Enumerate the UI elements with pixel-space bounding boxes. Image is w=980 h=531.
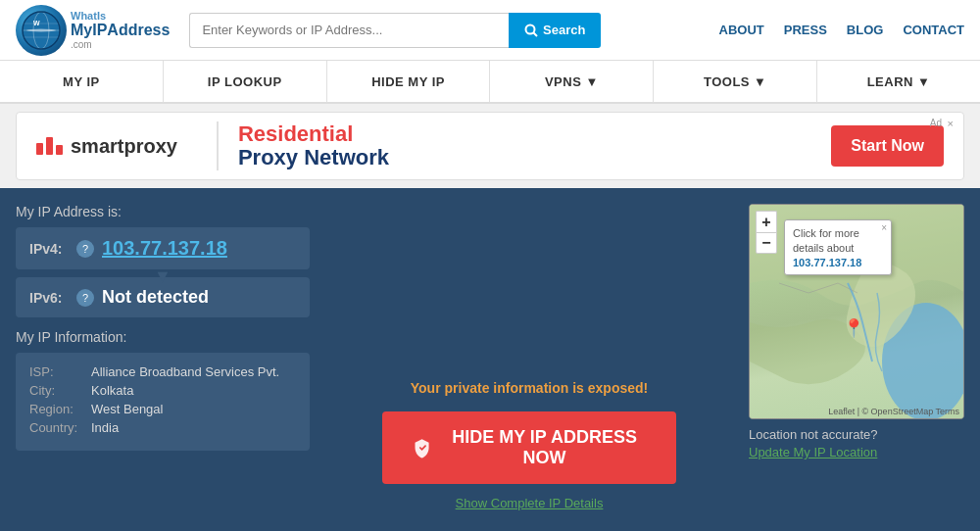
banner-title-line1: Residential: [238, 121, 353, 146]
search-icon: [524, 24, 538, 37]
map-background: 📍 + − × Click for more details about 103…: [750, 205, 963, 418]
map-zoom-out-button[interactable]: −: [756, 232, 777, 254]
map-zoom-in-button[interactable]: +: [756, 211, 777, 232]
region-value: West Bengal: [91, 402, 163, 416]
header: W WhatIs MyIP Address .com Search ABOUT …: [0, 0, 980, 61]
navbar: MY IP IP LOOKUP HIDE MY IP VPNS ▼ TOOLS …: [0, 61, 980, 104]
banner-text: Residential Proxy Network: [238, 122, 831, 169]
map-popup-ip: 103.77.137.18: [793, 257, 883, 268]
logo-whatis: WhatIs: [71, 10, 170, 22]
isp-row: ISP: Alliance Broadband Services Pvt.: [29, 364, 296, 379]
region-row: Region: West Bengal: [29, 402, 296, 416]
navbar-item-tools[interactable]: TOOLS ▼: [654, 61, 817, 102]
banner-divider: [217, 121, 219, 170]
map-popup-close-button[interactable]: ×: [881, 222, 887, 233]
sp-bars-icon: [36, 137, 63, 155]
search-area: Search: [189, 13, 601, 48]
ip-address-label: My IP Address is:: [16, 204, 310, 219]
nav-press[interactable]: PRESS: [784, 23, 827, 37]
smartproxy-name: smartproxy: [71, 135, 177, 158]
main-content: My IP Address is: IPv4: ? 103.77.137.18 …: [0, 188, 980, 531]
logo-area: W WhatIs MyIP Address .com: [16, 5, 170, 56]
banner-cta-button[interactable]: Start Now: [831, 125, 944, 167]
navbar-item-vpns[interactable]: VPNS ▼: [490, 61, 654, 102]
map-below: Location not accurate? Update My IP Loca…: [749, 427, 964, 459]
city-value: Kolkata: [91, 383, 133, 398]
logo-myip: MyIP: [71, 23, 107, 38]
exposed-warning: Your private information is exposed!: [411, 380, 648, 396]
map-location-marker: 📍: [843, 317, 864, 339]
ad-banner: × Ad smartproxy Residential Proxy Networ…: [16, 112, 964, 180]
ipv6-help-icon[interactable]: ?: [76, 289, 94, 307]
country-label: Country:: [29, 420, 83, 435]
country-value: India: [91, 420, 119, 435]
search-button-label: Search: [543, 23, 585, 37]
map-panel: 📍 + − × Click for more details about 103…: [749, 204, 964, 515]
left-panel: My IP Address is: IPv4: ? 103.77.137.18 …: [16, 204, 310, 515]
ip-info-label: My IP Information:: [16, 329, 310, 345]
logo-globe-icon: W: [16, 5, 67, 56]
search-button[interactable]: Search: [509, 13, 601, 48]
logo-text: WhatIs MyIP Address .com: [71, 10, 170, 50]
ipv4-help-icon[interactable]: ?: [76, 240, 94, 258]
ipv4-address[interactable]: 103.77.137.18: [102, 237, 227, 260]
ipv6-value: Not detected: [102, 287, 209, 308]
shield-icon: [412, 436, 432, 459]
sp-bar-3: [56, 145, 63, 155]
isp-label: ISP:: [29, 364, 83, 379]
navbar-item-myip[interactable]: MY IP: [0, 61, 164, 102]
header-nav: ABOUT PRESS BLOG CONTACT: [719, 23, 964, 37]
sp-bar-1: [36, 143, 43, 155]
ipv4-row: IPv4: ? 103.77.137.18: [16, 227, 310, 269]
svg-line-8: [534, 32, 538, 36]
nav-about[interactable]: ABOUT: [719, 23, 764, 37]
logo-address: Address: [107, 22, 170, 39]
nav-blog[interactable]: BLOG: [847, 23, 884, 37]
location-not-accurate-text: Location not accurate?: [749, 427, 964, 442]
navbar-item-hidemyip[interactable]: HIDE MY IP: [327, 61, 491, 102]
city-row: City: Kolkata: [29, 383, 296, 398]
logo-com: .com: [71, 39, 170, 50]
nav-contact[interactable]: CONTACT: [903, 23, 964, 37]
isp-value: Alliance Broadband Services Pvt.: [91, 364, 279, 379]
banner-title: Residential Proxy Network: [238, 122, 831, 169]
search-input[interactable]: [189, 13, 509, 48]
city-label: City:: [29, 383, 83, 398]
ip-info-section: My IP Information: ISP: Alliance Broadba…: [16, 329, 310, 451]
map-controls: + −: [756, 211, 777, 254]
ad-close-button[interactable]: ×: [948, 118, 954, 129]
hide-ip-button-label: HIDE MY IP ADDRESS NOW: [442, 427, 647, 468]
center-panel: Your private information is exposed! HID…: [325, 204, 733, 515]
svg-text:W: W: [33, 20, 40, 26]
map-container[interactable]: 📍 + − × Click for more details about 103…: [749, 204, 964, 419]
ipv6-label: IPv6:: [29, 290, 69, 306]
country-row: Country: India: [29, 420, 296, 435]
region-label: Region:: [29, 402, 83, 416]
ipv4-label: IPv4:: [29, 241, 69, 257]
sp-bar-2: [46, 137, 53, 155]
ad-label: Ad: [930, 118, 942, 128]
svg-point-7: [526, 24, 535, 33]
map-popup: × Click for more details about 103.77.13…: [784, 219, 892, 275]
smartproxy-logo: smartproxy: [36, 135, 177, 158]
hide-ip-button[interactable]: HIDE MY IP ADDRESS NOW: [382, 411, 676, 484]
navbar-item-iplookup[interactable]: IP LOOKUP: [164, 61, 327, 102]
update-location-link[interactable]: Update My IP Location: [749, 445, 877, 459]
map-popup-text: Click for more details about: [793, 226, 883, 257]
banner-title-line2: Proxy Network: [238, 145, 389, 169]
navbar-item-learn[interactable]: LEARN ▼: [817, 61, 980, 102]
show-complete-link[interactable]: Show Complete IP Details: [456, 496, 604, 510]
map-attribution: Leaflet | © OpenStreetMap Terms: [828, 407, 959, 416]
ip-info-box: ISP: Alliance Broadband Services Pvt. Ci…: [16, 353, 310, 451]
